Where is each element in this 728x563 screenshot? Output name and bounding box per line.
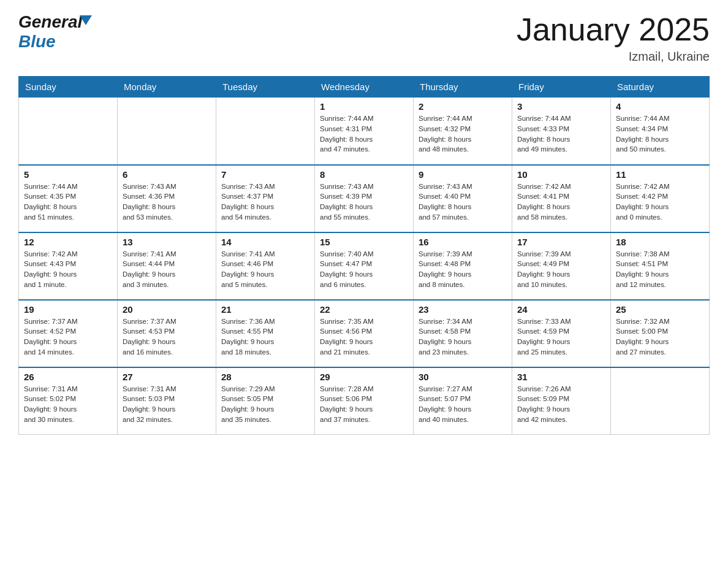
day-info: Sunrise: 7:40 AM Sunset: 4:47 PM Dayligh… [320,249,408,290]
day-number: 24 [517,304,605,315]
day-number: 21 [221,304,309,315]
calendar-cell: 29Sunrise: 7:28 AM Sunset: 5:06 PM Dayli… [315,367,414,435]
calendar-cell [118,98,216,165]
day-number: 26 [24,372,112,382]
calendar-cell: 4Sunrise: 7:44 AM Sunset: 4:34 PM Daylig… [611,98,710,165]
calendar-cell: 17Sunrise: 7:39 AM Sunset: 4:49 PM Dayli… [512,232,611,300]
calendar-cell [19,98,118,165]
calendar-cell: 6Sunrise: 7:43 AM Sunset: 4:36 PM Daylig… [118,165,216,232]
day-of-week-header: Wednesday [315,77,414,98]
day-number: 2 [419,101,507,112]
calendar-cell [611,367,710,435]
day-info: Sunrise: 7:41 AM Sunset: 4:44 PM Dayligh… [123,249,211,290]
calendar-week-row: 19Sunrise: 7:37 AM Sunset: 4:52 PM Dayli… [19,300,710,367]
calendar-cell: 20Sunrise: 7:37 AM Sunset: 4:53 PM Dayli… [118,300,216,367]
day-number: 5 [24,169,112,180]
day-info: Sunrise: 7:31 AM Sunset: 5:02 PM Dayligh… [24,384,112,425]
calendar-cell [216,98,315,165]
day-of-week-header: Tuesday [216,77,315,98]
day-info: Sunrise: 7:44 AM Sunset: 4:34 PM Dayligh… [616,113,704,155]
calendar-cell: 16Sunrise: 7:39 AM Sunset: 4:48 PM Dayli… [414,232,512,300]
calendar-cell: 24Sunrise: 7:33 AM Sunset: 4:59 PM Dayli… [512,300,611,367]
calendar-cell: 18Sunrise: 7:38 AM Sunset: 4:51 PM Dayli… [611,232,710,300]
calendar-cell: 3Sunrise: 7:44 AM Sunset: 4:33 PM Daylig… [512,98,611,165]
day-of-week-header: Saturday [611,77,710,98]
day-info: Sunrise: 7:27 AM Sunset: 5:07 PM Dayligh… [419,384,507,425]
logo-triangle-icon [80,15,92,25]
day-number: 11 [616,169,704,180]
day-info: Sunrise: 7:37 AM Sunset: 4:53 PM Dayligh… [123,316,211,358]
day-info: Sunrise: 7:43 AM Sunset: 4:39 PM Dayligh… [320,182,408,223]
day-number: 17 [517,237,605,247]
page-header: General Blue January 2025 Izmail, Ukrain… [18,12,710,64]
day-info: Sunrise: 7:34 AM Sunset: 4:58 PM Dayligh… [419,316,507,358]
logo-general-text: General [18,12,82,32]
day-of-week-header: Monday [118,77,216,98]
logo: General Blue [18,12,92,52]
location-label: Izmail, Ukraine [517,50,710,64]
calendar-cell: 12Sunrise: 7:42 AM Sunset: 4:43 PM Dayli… [19,232,118,300]
day-number: 6 [123,169,211,180]
day-number: 30 [419,372,507,382]
day-info: Sunrise: 7:35 AM Sunset: 4:56 PM Dayligh… [320,316,408,358]
day-info: Sunrise: 7:42 AM Sunset: 4:42 PM Dayligh… [616,182,704,223]
calendar-cell: 2Sunrise: 7:44 AM Sunset: 4:32 PM Daylig… [414,98,512,165]
day-number: 10 [517,169,605,180]
calendar-cell: 31Sunrise: 7:26 AM Sunset: 5:09 PM Dayli… [512,367,611,435]
day-info: Sunrise: 7:43 AM Sunset: 4:37 PM Dayligh… [221,182,309,223]
day-info: Sunrise: 7:41 AM Sunset: 4:46 PM Dayligh… [221,249,309,290]
day-info: Sunrise: 7:28 AM Sunset: 5:06 PM Dayligh… [320,384,408,425]
calendar-cell: 1Sunrise: 7:44 AM Sunset: 4:31 PM Daylig… [315,98,414,165]
calendar-cell: 22Sunrise: 7:35 AM Sunset: 4:56 PM Dayli… [315,300,414,367]
day-info: Sunrise: 7:42 AM Sunset: 4:41 PM Dayligh… [517,182,605,223]
calendar-cell: 8Sunrise: 7:43 AM Sunset: 4:39 PM Daylig… [315,165,414,232]
day-number: 19 [24,304,112,315]
calendar-week-row: 5Sunrise: 7:44 AM Sunset: 4:35 PM Daylig… [19,165,710,232]
calendar-cell: 10Sunrise: 7:42 AM Sunset: 4:41 PM Dayli… [512,165,611,232]
day-info: Sunrise: 7:43 AM Sunset: 4:36 PM Dayligh… [123,182,211,223]
calendar-header-row: SundayMondayTuesdayWednesdayThursdayFrid… [19,77,710,98]
day-number: 9 [419,169,507,180]
day-number: 23 [419,304,507,315]
day-info: Sunrise: 7:38 AM Sunset: 4:51 PM Dayligh… [616,249,704,290]
day-info: Sunrise: 7:44 AM Sunset: 4:33 PM Dayligh… [517,113,605,155]
calendar-cell: 13Sunrise: 7:41 AM Sunset: 4:44 PM Dayli… [118,232,216,300]
day-info: Sunrise: 7:39 AM Sunset: 4:48 PM Dayligh… [419,249,507,290]
day-number: 27 [123,372,211,382]
day-info: Sunrise: 7:43 AM Sunset: 4:40 PM Dayligh… [419,182,507,223]
day-number: 8 [320,169,408,180]
calendar-cell: 11Sunrise: 7:42 AM Sunset: 4:42 PM Dayli… [611,165,710,232]
calendar-cell: 9Sunrise: 7:43 AM Sunset: 4:40 PM Daylig… [414,165,512,232]
day-info: Sunrise: 7:37 AM Sunset: 4:52 PM Dayligh… [24,316,112,358]
day-number: 29 [320,372,408,382]
calendar-cell: 7Sunrise: 7:43 AM Sunset: 4:37 PM Daylig… [216,165,315,232]
day-number: 14 [221,237,309,247]
title-block: January 2025 Izmail, Ukraine [517,12,710,64]
day-number: 28 [221,372,309,382]
day-info: Sunrise: 7:44 AM Sunset: 4:35 PM Dayligh… [24,182,112,223]
calendar-cell: 26Sunrise: 7:31 AM Sunset: 5:02 PM Dayli… [19,367,118,435]
day-info: Sunrise: 7:36 AM Sunset: 4:55 PM Dayligh… [221,316,309,358]
day-info: Sunrise: 7:42 AM Sunset: 4:43 PM Dayligh… [24,249,112,290]
calendar-cell: 27Sunrise: 7:31 AM Sunset: 5:03 PM Dayli… [118,367,216,435]
day-number: 15 [320,237,408,247]
calendar-cell: 21Sunrise: 7:36 AM Sunset: 4:55 PM Dayli… [216,300,315,367]
day-info: Sunrise: 7:26 AM Sunset: 5:09 PM Dayligh… [517,384,605,425]
day-number: 25 [616,304,704,315]
day-info: Sunrise: 7:31 AM Sunset: 5:03 PM Dayligh… [123,384,211,425]
calendar-week-row: 1Sunrise: 7:44 AM Sunset: 4:31 PM Daylig… [19,98,710,165]
day-info: Sunrise: 7:33 AM Sunset: 4:59 PM Dayligh… [517,316,605,358]
calendar-cell: 15Sunrise: 7:40 AM Sunset: 4:47 PM Dayli… [315,232,414,300]
calendar-week-row: 26Sunrise: 7:31 AM Sunset: 5:02 PM Dayli… [19,367,710,435]
day-of-week-header: Thursday [414,77,512,98]
day-number: 7 [221,169,309,180]
day-info: Sunrise: 7:44 AM Sunset: 4:31 PM Dayligh… [320,113,408,155]
day-number: 20 [123,304,211,315]
calendar-table: SundayMondayTuesdayWednesdayThursdayFrid… [18,76,710,435]
day-number: 12 [24,237,112,247]
calendar-cell: 30Sunrise: 7:27 AM Sunset: 5:07 PM Dayli… [414,367,512,435]
day-number: 31 [517,372,605,382]
day-number: 13 [123,237,211,247]
day-of-week-header: Friday [512,77,611,98]
logo-blue-text: Blue [18,32,56,52]
